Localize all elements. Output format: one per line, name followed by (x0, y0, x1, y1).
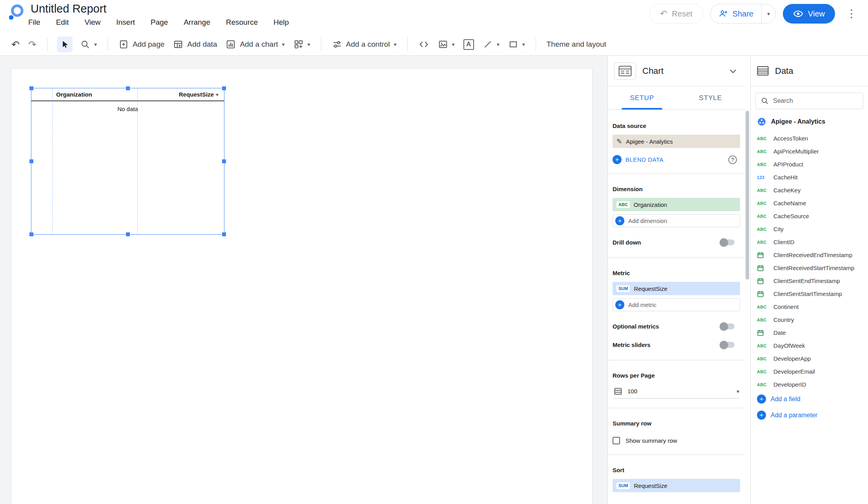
add-dimension-button[interactable]: + Add dimension (613, 214, 740, 227)
table-chart[interactable]: Organization RequestSize ▾ No data (31, 88, 224, 235)
field-row[interactable]: Date (751, 326, 868, 339)
tab-setup[interactable]: SETUP (608, 86, 677, 110)
field-row[interactable]: 123 CacheHit (751, 171, 868, 184)
add-page-button[interactable]: Add page (119, 39, 164, 49)
selection-handle-sw[interactable] (29, 232, 33, 236)
theme-and-layout-button[interactable]: Theme and layout (547, 40, 606, 49)
summary-row-section-label: Summary row (613, 420, 740, 427)
data-panel-table-icon (757, 66, 769, 76)
add-a-parameter-button[interactable]: + Add a parameter (751, 407, 868, 423)
dimension-chip[interactable]: ABC Organization (613, 198, 740, 211)
add-a-field-button[interactable]: + Add a field (751, 391, 868, 407)
menu-item[interactable]: File (28, 18, 40, 27)
blend-data-link[interactable]: BLEND DATA (625, 156, 724, 163)
add-metric-button[interactable]: + Add metric (613, 298, 740, 311)
share-dropdown-caret[interactable]: ▾ (762, 4, 775, 23)
field-row[interactable]: ClientSentEndTimestamp (751, 274, 868, 287)
menu-item[interactable]: Page (151, 18, 168, 27)
optional-metrics-row: Optional metrics (613, 323, 740, 330)
show-summary-row-option[interactable]: Show summary row (613, 437, 740, 444)
metric-sliders-toggle[interactable] (720, 342, 735, 348)
caret-down-icon: ▾ (94, 42, 97, 47)
help-icon[interactable]: ? (728, 155, 737, 164)
rows-per-page-select[interactable]: 100 ▾ (613, 384, 739, 398)
field-row[interactable]: ABC ClientID (751, 236, 868, 248)
data-source-name: Apigee - Analytics (626, 138, 673, 145)
insert-text-button[interactable]: A (463, 39, 474, 50)
selection-handle-se[interactable] (222, 232, 226, 236)
edit-pencil-icon[interactable]: ✎ (616, 137, 622, 146)
field-row[interactable]: ABC CacheKey (751, 184, 868, 197)
section-divider (608, 455, 745, 455)
menu-item[interactable]: Resource (226, 18, 258, 27)
field-name: CacheName (773, 200, 806, 206)
field-row[interactable]: ABC Country (751, 313, 868, 326)
chart-type-table-icon[interactable] (614, 62, 636, 80)
field-row[interactable]: ABC CacheSource (751, 210, 868, 223)
field-row[interactable]: ClientReceivedStartTimestamp (751, 261, 868, 274)
field-row[interactable]: ABC DeveloperID (751, 378, 868, 391)
insert-shape-button[interactable]: ▾ (508, 39, 525, 49)
zoom-tool-button[interactable]: ▾ (80, 39, 97, 49)
redo-button[interactable]: ↷ (28, 40, 36, 49)
selection-handle-n[interactable] (126, 86, 130, 90)
field-row[interactable]: ABC ApiPriceMultiplier (751, 145, 868, 158)
menu-item[interactable]: View (84, 18, 100, 27)
menu-item[interactable]: Arrange (184, 18, 210, 27)
field-row[interactable]: ABC DeveloperApp (751, 352, 868, 365)
field-row[interactable]: ABC DayOfWeek (751, 339, 868, 352)
selection-handle-nw[interactable] (29, 86, 33, 90)
field-row[interactable]: ABC City (751, 223, 868, 236)
metric-column-header[interactable]: RequestSize ▾ (137, 91, 224, 98)
field-name: DayOfWeek (773, 342, 805, 349)
optional-metrics-toggle[interactable] (720, 323, 735, 329)
show-summary-row-label: Show summary row (625, 437, 677, 444)
sort-field-chip[interactable]: SUM RequestSize (613, 479, 740, 492)
summary-row-checkbox[interactable] (613, 437, 620, 444)
field-row[interactable]: ABC AccessToken (751, 132, 868, 145)
data-source-chip[interactable]: ✎ Apigee - Analytics (613, 135, 740, 148)
share-button[interactable]: Share (711, 4, 761, 23)
field-row[interactable]: ABC DeveloperEmail (751, 365, 868, 378)
report-title[interactable]: Untitled Report (31, 2, 106, 15)
field-row[interactable]: ABC CacheName (751, 197, 868, 210)
plus-circle-icon[interactable]: + (613, 155, 622, 164)
menu-item[interactable]: Insert (116, 18, 135, 27)
add-data-button[interactable]: Add data (173, 39, 217, 49)
selection-handle-s[interactable] (126, 232, 130, 236)
field-row[interactable]: ClientReceivedEndTimestamp (751, 248, 868, 261)
chart-panel-collapse-chevron-icon[interactable] (728, 66, 739, 77)
field-type-icon (757, 252, 770, 259)
add-chart-button[interactable]: Add a chart ▾ (226, 39, 284, 49)
drill-down-toggle[interactable] (720, 239, 735, 245)
menu-item[interactable]: Help (274, 18, 289, 27)
field-row[interactable]: ClientSentStartTimestamp (751, 287, 868, 300)
looker-studio-logo-icon[interactable] (7, 3, 25, 21)
view-button[interactable]: View (783, 4, 835, 24)
reset-button[interactable]: ↶ Reset (649, 4, 703, 24)
insert-image-button[interactable]: ▾ (438, 39, 455, 49)
field-row[interactable]: ABC APIProduct (751, 158, 868, 171)
more-options-kebab-icon[interactable]: ⋮ (842, 8, 861, 19)
field-row[interactable]: ABC Continent (751, 300, 868, 313)
insert-line-button[interactable]: ▾ (483, 39, 500, 49)
field-type-icon: ABC (757, 149, 770, 154)
menu-item[interactable]: Edit (56, 18, 69, 27)
select-tool-button[interactable] (57, 37, 73, 52)
selection-handle-e[interactable] (222, 159, 226, 163)
search-input[interactable] (773, 97, 858, 104)
tab-style[interactable]: STYLE (677, 86, 745, 110)
metric-chip[interactable]: SUM RequestSize (613, 282, 740, 295)
report-page[interactable]: Organization RequestSize ▾ No data (11, 68, 593, 504)
embed-url-button[interactable] (418, 39, 429, 50)
add-a-parameter-label: Add a parameter (771, 412, 817, 419)
undo-button[interactable]: ↶ (11, 40, 20, 49)
metric-column-label: RequestSize (179, 91, 214, 98)
community-visualizations-button[interactable]: ▾ (294, 39, 310, 49)
selection-handle-w[interactable] (29, 159, 33, 163)
panel-scrollbar (745, 56, 750, 504)
selection-handle-ne[interactable] (222, 86, 226, 90)
field-type-icon (757, 290, 770, 298)
scrollbar-thumb[interactable] (746, 111, 749, 279)
add-control-button[interactable]: Add a control ▾ (332, 39, 397, 49)
